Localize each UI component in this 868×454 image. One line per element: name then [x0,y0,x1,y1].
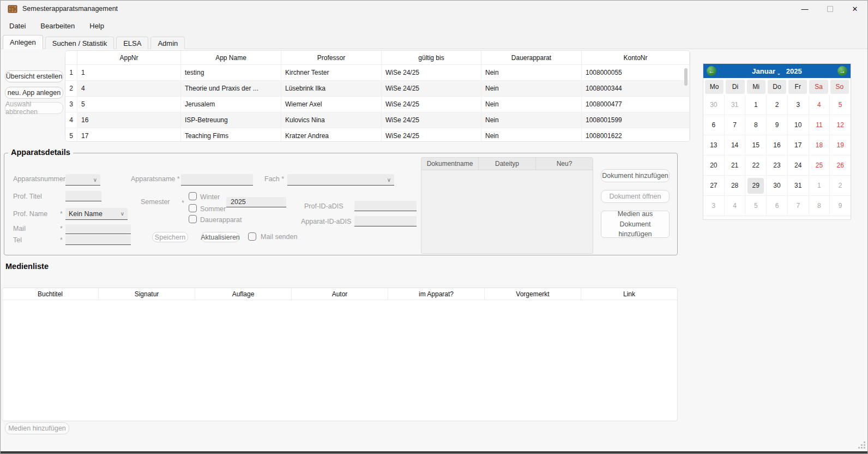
calendar-day[interactable]: 8 [809,196,830,216]
table-cell[interactable]: 1008001622 [582,128,690,142]
table-cell[interactable]: 1008001599 [582,112,690,128]
table-cell[interactable]: Nein [481,128,582,142]
column-header[interactable]: gültig bis [382,51,481,65]
fach-combobox[interactable]: ∨ [287,174,394,186]
medien-column-header[interactable]: Autor [292,288,388,300]
calendar-year[interactable]: 2025 [786,67,802,75]
semester-year-field[interactable]: 2025 [226,197,286,207]
table-cell[interactable]: Nein [481,65,582,81]
table-cell[interactable]: Lüsebrink Ilka [281,81,382,97]
table-row[interactable]: 11testingKirchner TesterWiSe 24/25Nein10… [65,65,690,81]
prof-titel-field[interactable] [65,191,101,201]
table-cell[interactable]: 17 [77,128,181,142]
calendar-day[interactable]: 16 [767,135,788,156]
calendar-day[interactable]: 14 [725,135,746,156]
table-cell[interactable]: 1008000344 [582,81,690,97]
calendar-month[interactable]: Januar [752,67,775,75]
calendar-day[interactable]: 9 [767,115,788,135]
table-cell[interactable]: WiSe 24/25 [382,112,481,128]
calendar-day[interactable]: 20 [703,156,725,176]
calendar-day[interactable]: 24 [788,156,809,176]
table-cell[interactable]: Kulovics Nina [281,112,382,128]
medien-column-header[interactable]: Buchtitel [2,288,99,300]
apparatsname-field[interactable] [181,174,253,186]
calendar-day[interactable]: 12 [830,115,851,135]
calendar-prev-button[interactable]: ← [707,66,716,76]
table-cell[interactable]: ISP-Betreuung [181,112,281,128]
table-cell[interactable]: Jerusalem [181,97,281,112]
neu-app-anlegen-button[interactable]: neu. App anlegen [5,87,63,99]
calendar-day[interactable]: 18 [809,135,830,156]
calendar-day[interactable]: 3 [703,196,725,216]
table-cell[interactable]: WiSe 24/25 [382,81,481,97]
mail-field[interactable] [65,224,131,234]
calendar-next-button[interactable]: → [837,66,847,76]
column-header[interactable]: Professor [281,51,382,65]
column-header[interactable]: AppNr [77,51,181,65]
column-header[interactable]: App Name [181,51,281,65]
medien-column-header[interactable]: Link [581,288,677,300]
table-cell[interactable]: Teaching Films [181,128,281,142]
calendar-day[interactable]: 1 [809,176,830,196]
winter-checkbox[interactable] [189,192,197,200]
calendar-day[interactable]: 4 [809,95,830,115]
tab-anlegen[interactable]: Anlegen [3,35,43,49]
table-cell[interactable]: 16 [77,112,181,128]
dauerapparat-checkbox[interactable] [189,215,197,223]
column-header[interactable]: Dauerapparat [481,51,582,65]
calendar-title[interactable]: Januar ⌄ 2025 [752,67,801,75]
apparat-table-scrollbar[interactable] [684,66,689,137]
calendar-day[interactable]: 22 [745,156,767,176]
tab-elsa[interactable]: ELSA [116,37,148,49]
column-header[interactable]: KontoNr [582,51,690,65]
sommer-checkbox[interactable] [189,204,197,212]
medien-column-header[interactable]: im Apparat? [388,288,485,300]
table-cell[interactable]: Wiemer Axel [281,97,382,112]
calendar-day[interactable]: 5 [830,95,851,115]
resize-grip[interactable] [858,441,865,449]
calendar-day[interactable]: 31 [725,95,746,115]
calendar-day[interactable]: 8 [745,115,767,135]
calendar-day[interactable]: 13 [703,135,725,156]
dokument-column-header[interactable]: Dateityp [479,158,536,170]
dokument-column-header[interactable]: Dokumentname [421,158,479,170]
aktualisieren-button[interactable]: Aktualisieren [201,232,239,242]
dokument-column-header[interactable]: Neu? [536,158,593,170]
calendar-day[interactable]: 1 [745,95,767,115]
calendar-day[interactable]: 28 [725,176,746,196]
table-cell[interactable]: Theorie und Praxis der ... [181,81,281,97]
calendar-day[interactable]: 10 [788,115,809,135]
calendar-day[interactable]: 7 [725,115,746,135]
calendar-day[interactable]: 2 [767,95,788,115]
table-row[interactable]: 517Teaching FilmsKratzer AndreaWiSe 24/2… [65,128,690,142]
table-cell[interactable]: 1008000477 [582,97,690,112]
menu-datei[interactable]: Datei [9,22,26,30]
tab-suchen-statistik[interactable]: Suchen / Statistik [45,37,114,49]
table-cell[interactable]: WiSe 24/25 [382,128,481,142]
table-cell[interactable]: Kratzer Andrea [281,128,382,142]
table-cell[interactable]: testing [181,65,281,81]
table-row[interactable]: 24Theorie und Praxis der ...Lüsebrink Il… [65,81,690,97]
table-cell[interactable]: 1008000055 [582,65,690,81]
menu-bearbeiten[interactable]: Bearbeiten [40,22,75,30]
tab-admin[interactable]: Admin [150,37,185,49]
table-cell[interactable]: Nein [481,112,582,128]
table-cell[interactable]: 1 [77,65,181,81]
calendar-day[interactable]: 25 [809,156,830,176]
calendar-day[interactable]: 6 [767,196,788,216]
scrollbar-thumb[interactable] [684,68,688,86]
medien-column-header[interactable]: Auflage [195,288,292,300]
calendar-day[interactable]: 26 [830,156,851,176]
calendar-day[interactable]: 4 [725,196,746,216]
calendar-day[interactable]: 30 [767,176,788,196]
table-row[interactable]: 35JerusalemWiemer AxelWiSe 24/25Nein1008… [65,97,690,112]
calendar-day[interactable]: 9 [830,196,851,216]
prof-id-adis-field[interactable] [354,201,417,211]
uebersicht-erstellen-button[interactable]: Übersicht erstellen [5,70,63,82]
calendar-day[interactable]: 7 [788,196,809,216]
apparat-id-adis-field[interactable] [354,216,417,226]
medien-column-header[interactable]: Signatur [99,288,195,300]
apparatsnummer-combobox[interactable]: ∨ [65,174,100,186]
medien-column-header[interactable]: Vorgemerkt [485,288,581,300]
medien-aus-dokument-button[interactable]: Medien aus Dokument hinzufügen [601,211,670,238]
